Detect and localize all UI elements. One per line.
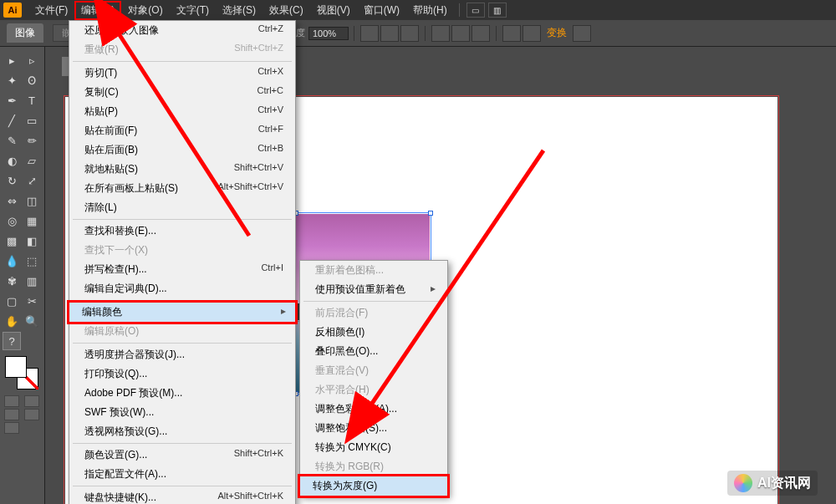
brush-tool-icon[interactable]: ✎ (3, 131, 21, 150)
menu-color-settings[interactable]: 颜色设置(G)...Shift+Ctrl+K (69, 445, 295, 465)
align-icon-8[interactable] (522, 25, 541, 42)
rotate-tool-icon[interactable]: ↻ (3, 171, 21, 190)
menu-undo[interactable]: 还原(U)嵌入图像Ctrl+Z (69, 21, 295, 40)
width-tool-icon[interactable]: ⇔ (3, 191, 21, 210)
menu-assign-profile[interactable]: 指定配置文件(A)... (69, 465, 295, 484)
lasso-tool-icon[interactable]: ʘ (23, 71, 41, 89)
hand-tool-icon[interactable]: ✋ (3, 312, 21, 330)
menu-select[interactable]: 选择(S) (216, 1, 263, 20)
opacity-input[interactable] (308, 27, 349, 40)
symbol-spray-icon[interactable]: ✾ (3, 272, 21, 290)
shape-builder-icon[interactable]: ◎ (3, 211, 21, 230)
menu-find[interactable]: 查找和替换(E)... (69, 221, 295, 241)
menu-persp-preset[interactable]: 透视网格预设(G)... (69, 422, 295, 441)
sub-recolor: 重新着色图稿... (300, 261, 447, 280)
menu-edit[interactable]: 编辑(E) (74, 1, 121, 20)
align-icon-3[interactable] (400, 25, 419, 42)
menu-paste[interactable]: 粘贴(P)Ctrl+V (69, 102, 295, 121)
menu-edit-original: 编辑原稿(O) (69, 322, 295, 341)
menu-pdf-preset[interactable]: Adobe PDF 预设(M)... (69, 384, 295, 403)
toolbox: ▸ ▹ ✦ ʘ ✒ T ╱ ▭ ✎ ✏ ◐ ▱ ↻ ⤢ ⇔ ◫ ◎ ▦ ▩ ◧ … (0, 47, 45, 504)
sub-to-gray[interactable]: 转换为灰度(G) (298, 474, 450, 498)
zoom-tool-icon[interactable]: 🔍 (23, 312, 41, 330)
gradient-mode-icon[interactable] (24, 395, 39, 407)
menu-cut[interactable]: 剪切(T)Ctrl+X (69, 64, 295, 83)
transform-link[interactable]: 变换 (547, 26, 567, 40)
menu-paste-back[interactable]: 贴在后面(B)Ctrl+B (69, 140, 295, 160)
line-tool-icon[interactable]: ╱ (3, 111, 21, 130)
free-transform-icon[interactable]: ◫ (23, 191, 41, 210)
menu-edit-dict[interactable]: 编辑自定词典(D)... (69, 279, 295, 298)
gradient-tool-icon[interactable]: ◧ (23, 232, 41, 250)
sub-adj-balance[interactable]: 调整色彩平衡(A)... (300, 400, 447, 419)
app-logo: Ai (3, 3, 22, 18)
draw-mode-icon[interactable] (24, 409, 39, 420)
menu-help[interactable]: 帮助(H) (406, 1, 454, 20)
artboard-tool-icon[interactable]: ▢ (3, 292, 21, 310)
menu-type[interactable]: 文字(T) (170, 1, 216, 20)
direct-select-tool-icon[interactable]: ▹ (23, 51, 41, 69)
eyedropper-icon[interactable]: 💧 (3, 252, 21, 270)
align-icon-1[interactable] (360, 25, 379, 42)
menu-swf-preset[interactable]: SWF 预设(W)... (69, 403, 295, 422)
unknown-tool-icon[interactable]: ? (3, 332, 21, 350)
menu-object[interactable]: 对象(O) (121, 1, 169, 20)
watermark-icon (734, 474, 752, 492)
wand-tool-icon[interactable]: ✦ (3, 71, 21, 89)
align-icon-5[interactable] (451, 25, 470, 42)
menu-edit-colors[interactable]: 编辑颜色 (67, 300, 298, 324)
menu-view[interactable]: 视图(V) (310, 1, 357, 20)
mesh-tool-icon[interactable]: ▩ (3, 232, 21, 250)
graph-tool-icon[interactable]: ▥ (23, 272, 41, 290)
watermark: AI资讯网 (727, 471, 818, 496)
perspective-icon[interactable]: ▦ (23, 211, 41, 230)
fill-stroke-swatch[interactable] (5, 356, 38, 389)
edit-menu-dropdown: 还原(U)嵌入图像Ctrl+Z 重做(R)Shift+Ctrl+Z 剪切(T)C… (69, 20, 296, 504)
sub-fb-blend: 前后混合(F) (300, 303, 447, 323)
watermark-text: AI资讯网 (757, 475, 811, 492)
eraser-tool-icon[interactable]: ▱ (23, 151, 41, 170)
none-mode-icon[interactable] (4, 409, 19, 420)
sub-to-cmyk[interactable]: 转换为 CMYK(C) (300, 438, 447, 457)
menu-print-preset[interactable]: 打印预设(Q)... (69, 364, 295, 384)
pencil-tool-icon[interactable]: ✏ (23, 131, 41, 150)
screen-mode-icon[interactable] (4, 422, 19, 434)
scale-tool-icon[interactable]: ⤢ (23, 171, 41, 190)
edit-colors-submenu: 重新着色图稿... 使用预设值重新着色 前后混合(F) 反相颜色(I) 叠印黑色… (299, 260, 448, 496)
menu-spell[interactable]: 拼写检查(H)...Ctrl+I (69, 260, 295, 279)
sub-horiz-blend: 水平混合(H) (300, 380, 447, 400)
blob-tool-icon[interactable]: ◐ (3, 151, 21, 170)
blend-tool-icon[interactable]: ⬚ (23, 252, 41, 270)
menu-paste-place[interactable]: 就地粘贴(S)Shift+Ctrl+V (69, 160, 295, 179)
sub-vert-blend: 垂直混合(V) (300, 361, 447, 380)
menu-window[interactable]: 窗口(W) (357, 1, 406, 20)
menu-clear[interactable]: 清除(L) (69, 198, 295, 217)
arrange-icon[interactable]: ▥ (488, 3, 507, 18)
align-icon-9[interactable] (573, 25, 591, 42)
align-icon-2[interactable] (380, 25, 399, 42)
menu-paste-front[interactable]: 贴在前面(F)Ctrl+F (69, 121, 295, 140)
color-mode-icon[interactable] (4, 395, 19, 407)
sub-overprint[interactable]: 叠印黑色(O)... (300, 342, 447, 361)
menu-copy[interactable]: 复制(C)Ctrl+C (69, 83, 295, 102)
sub-invert[interactable]: 反相颜色(I) (300, 323, 447, 342)
align-icon-4[interactable] (431, 25, 450, 42)
sub-preset-recolor[interactable]: 使用预设值重新着色 (300, 280, 447, 299)
menu-bar: Ai 文件(F) 编辑(E) 对象(O) 文字(T) 选择(S) 效果(C) 视… (0, 0, 836, 20)
type-tool-icon[interactable]: T (23, 91, 41, 109)
menu-effect[interactable]: 效果(C) (263, 1, 310, 20)
align-icon-6[interactable] (472, 25, 490, 42)
slice-tool-icon[interactable]: ✂ (23, 292, 41, 310)
menu-paste-all[interactable]: 在所有画板上粘贴(S)Alt+Shift+Ctrl+V (69, 179, 295, 198)
sub-adj-sat[interactable]: 调整饱和度(S)... (300, 419, 447, 438)
pen-tool-icon[interactable]: ✒ (3, 91, 21, 109)
menu-redo: 重做(R)Shift+Ctrl+Z (69, 40, 295, 59)
menu-shortcuts[interactable]: 键盘快捷键(K)...Alt+Shift+Ctrl+K (69, 488, 295, 504)
menu-transp-preset[interactable]: 透明度拼合器预设(J)... (69, 345, 295, 364)
selection-tool-icon[interactable]: ▸ (3, 51, 21, 69)
align-icon-7[interactable] (502, 25, 521, 42)
rect-tool-icon[interactable]: ▭ (23, 111, 41, 130)
menu-file[interactable]: 文件(F) (28, 1, 74, 20)
menu-find-next: 查找下一个(X) (69, 241, 295, 260)
layout-icon[interactable]: ▭ (466, 3, 485, 18)
